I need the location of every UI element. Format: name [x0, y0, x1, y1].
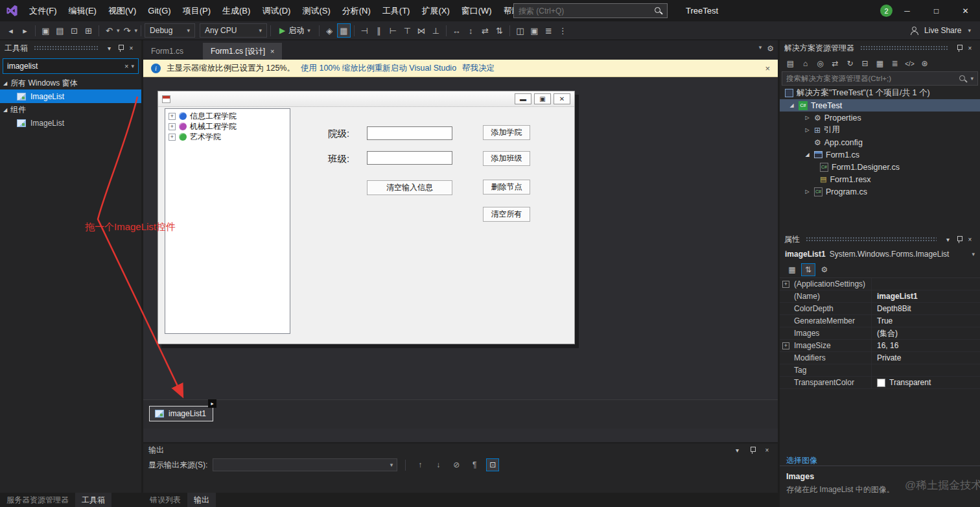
- close-infobar-icon[interactable]: ×: [765, 64, 770, 73]
- quick-launch-input[interactable]: [519, 6, 654, 16]
- property-row[interactable]: Images (集合): [780, 327, 980, 340]
- chevron-down-icon[interactable]: ▾: [970, 75, 974, 82]
- expander-icon[interactable]: ▷: [804, 189, 811, 195]
- tab-toolbox[interactable]: 工具箱: [75, 493, 111, 507]
- code-view-icon[interactable]: </>: [903, 57, 916, 70]
- label-college[interactable]: 院级:: [328, 128, 349, 140]
- solution-search[interactable]: 搜索解决方案资源管理器(Ctrl+;) ▾: [782, 71, 978, 86]
- align-rights-icon[interactable]: ⊢: [386, 23, 400, 38]
- expander-icon[interactable]: ◢: [788, 102, 795, 108]
- restart-100-link[interactable]: 使用 100% 缩放比例重新启动 Visual Studio: [301, 63, 456, 74]
- node-expander-icon[interactable]: +: [169, 113, 176, 120]
- navigate-backward-icon[interactable]: ◂: [4, 23, 18, 38]
- properties-icon[interactable]: ⊛: [918, 57, 931, 70]
- maximize-button[interactable]: □: [922, 0, 951, 21]
- pin-icon[interactable]: [953, 43, 964, 54]
- clear-all-icon[interactable]: ⊘: [450, 458, 463, 471]
- window-position-chevron-icon[interactable]: ▾: [732, 445, 743, 456]
- alphabetical-icon[interactable]: ⇅: [801, 263, 815, 276]
- menu-build[interactable]: 生成(B): [216, 0, 256, 21]
- same-height-icon[interactable]: ↕: [464, 23, 478, 38]
- project-node-treetest[interactable]: ◢ C# TreeTest: [780, 99, 980, 112]
- minimize-button[interactable]: ─: [892, 0, 922, 21]
- tab-output[interactable]: 输出: [187, 493, 216, 507]
- form-titlebar[interactable]: ▬ ▣ ✕: [158, 91, 574, 107]
- property-row[interactable]: ColorDepth Depth8Bit: [780, 303, 980, 315]
- smart-tag-icon[interactable]: ▸: [208, 399, 216, 408]
- live-share-button[interactable]: Live Share: [924, 26, 961, 35]
- node-form1-designer-cs[interactable]: C# Form1.Designer.cs: [780, 161, 980, 173]
- toolbox-group-all-windows-forms[interactable]: ◢ 所有 Windows 窗体: [0, 77, 141, 89]
- form-designer-canvas[interactable]: ▬ ▣ ✕ + 信息工程学院 + 机械工程学院 + 艺术学院 院级: 班级: [143, 77, 778, 442]
- clear-input-button[interactable]: 清空输入信息: [367, 180, 452, 195]
- clear-all-button[interactable]: 清空所有: [483, 207, 530, 222]
- home-icon[interactable]: ⌂: [799, 57, 812, 70]
- window-position-chevron-icon[interactable]: ▾: [104, 43, 115, 54]
- image-preview-icon[interactable]: ▦: [337, 23, 351, 38]
- node-properties[interactable]: ▷ ⚙ Properties: [780, 112, 980, 124]
- notification-badge[interactable]: 2: [880, 5, 892, 17]
- node-expander-icon[interactable]: +: [169, 123, 176, 130]
- chevron-down-icon[interactable]: ▾: [968, 27, 971, 34]
- property-row[interactable]: (Name) imageList1: [780, 290, 980, 303]
- menu-view[interactable]: 视图(V): [102, 0, 142, 21]
- tree-node[interactable]: + 艺术学院: [167, 132, 288, 142]
- form-minimize-button[interactable]: ▬: [515, 93, 531, 104]
- expand-icon[interactable]: +: [782, 281, 789, 288]
- tab-error-list[interactable]: 错误列表: [143, 493, 187, 507]
- menu-git[interactable]: Git(G): [142, 0, 176, 21]
- switch-views-icon[interactable]: ▤: [784, 57, 797, 70]
- clear-search-icon[interactable]: ×: [124, 62, 128, 70]
- tab-list-chevron-icon[interactable]: ▾: [759, 44, 762, 53]
- sync-with-active-icon[interactable]: ⇄: [828, 57, 842, 70]
- solution-configuration-combo[interactable]: Debug▾: [145, 23, 195, 38]
- save-all-icon[interactable]: ⊞: [82, 23, 95, 38]
- properties-header[interactable]: 属性 ▾ ×: [780, 232, 980, 246]
- drag-grip[interactable]: [34, 45, 98, 51]
- editor-options-gear-icon[interactable]: ⚙: [767, 44, 774, 53]
- tree-node[interactable]: + 信息工程学院: [167, 111, 288, 121]
- toolbar-options-icon[interactable]: ⋮: [556, 23, 570, 38]
- close-icon[interactable]: ×: [762, 445, 773, 456]
- align-lefts-icon[interactable]: ⊣: [358, 23, 371, 38]
- property-row[interactable]: +(ApplicationSettings): [780, 278, 980, 290]
- form-close-button[interactable]: ✕: [554, 93, 570, 104]
- tab-form1-cs-design[interactable]: Form1.cs [设计] ×: [203, 43, 282, 60]
- menu-extensions[interactable]: 扩展(X): [415, 0, 455, 21]
- node-expander-icon[interactable]: +: [169, 134, 176, 141]
- refresh-icon[interactable]: ↻: [843, 57, 857, 70]
- menu-file[interactable]: 文件(F): [23, 0, 63, 21]
- add-college-button[interactable]: 添加学院: [483, 125, 530, 140]
- align-centers-icon[interactable]: ∥: [372, 23, 386, 38]
- add-class-button[interactable]: 添加班级: [483, 151, 530, 166]
- college-textbox[interactable]: [367, 126, 452, 140]
- bring-to-front-icon[interactable]: ◫: [513, 23, 527, 38]
- property-row[interactable]: Modifiers Private: [780, 352, 980, 364]
- word-wrap-icon[interactable]: ¶: [468, 458, 481, 471]
- toolbox-search[interactable]: × ▾: [3, 58, 139, 74]
- solution-node[interactable]: 解决方案"TreeTest"(1 个项目/共 1 个): [780, 87, 980, 99]
- close-tab-icon[interactable]: ×: [270, 43, 274, 60]
- hot-reload-icon[interactable]: ◈: [323, 23, 336, 38]
- property-row[interactable]: Tag: [780, 364, 980, 377]
- horizontal-spacing-icon[interactable]: ⇄: [478, 23, 492, 38]
- next-message-icon[interactable]: ↓: [432, 458, 445, 471]
- output-source-combo[interactable]: ▾: [213, 458, 397, 471]
- same-width-icon[interactable]: ↔: [450, 23, 463, 38]
- property-row[interactable]: +ImageSize 16, 16: [780, 340, 980, 352]
- drag-grip[interactable]: [806, 237, 937, 242]
- align-tops-icon[interactable]: ⊤: [401, 23, 414, 38]
- menu-edit[interactable]: 编辑(E): [63, 0, 102, 21]
- toolbox-item-imagelist[interactable]: ImageList: [0, 89, 141, 103]
- window-position-chevron-icon[interactable]: ▾: [942, 234, 953, 245]
- expand-icon[interactable]: +: [782, 342, 789, 349]
- output-header[interactable]: 输出 ▾ ×: [143, 443, 778, 456]
- node-references[interactable]: ▷ ⊞ 引用: [780, 124, 980, 136]
- collapse-all-icon[interactable]: ⊟: [858, 57, 872, 70]
- vertical-spacing-icon[interactable]: ⇅: [493, 23, 506, 38]
- toolbox-header[interactable]: 工具箱 ▾ ×: [0, 40, 141, 56]
- new-project-icon[interactable]: ▣: [39, 23, 52, 38]
- expander-icon[interactable]: ◢: [804, 152, 811, 158]
- menu-window[interactable]: 窗口(W): [456, 0, 498, 21]
- menu-debug[interactable]: 调试(D): [256, 0, 296, 21]
